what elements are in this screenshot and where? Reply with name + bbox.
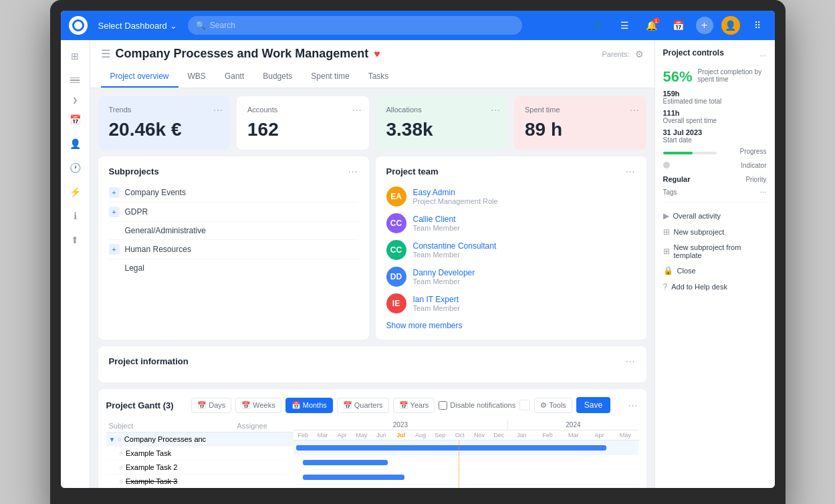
team-member: CC Constantine Consultant Team Member — [386, 237, 636, 263]
left-sidebar: ⊞ ❯ 📅 👤 🕐 ⚡ ℹ ⬆ — [61, 40, 90, 488]
gantt-section: Project Gantt (3) 📅 Days 📅 Weeks 📅 Month… — [98, 389, 646, 488]
disable-notifications-check[interactable]: Disable notifications — [439, 401, 515, 410]
play-icon: ▶ — [663, 211, 669, 221]
action-new-subproject[interactable]: ⊞ New subproject — [663, 224, 767, 240]
row-collapse[interactable]: ▼ — [109, 436, 116, 443]
subproject-item[interactable]: General/Administrative — [109, 222, 358, 240]
spent-time-value: 89 h — [525, 119, 636, 140]
priority-value: Regular — [663, 175, 691, 183]
gantt-more[interactable]: ··· — [628, 400, 638, 410]
subproject-item[interactable]: + Company Events — [109, 183, 358, 203]
tab-gantt[interactable]: Gantt — [215, 66, 253, 88]
gantt-bar — [303, 475, 404, 480]
member-info: Ian IT Expert Team Member — [413, 295, 460, 312]
indicator-dot — [663, 162, 670, 168]
subproject-add-icon: + — [109, 244, 120, 255]
apps-icon[interactable]: ⠿ — [748, 16, 767, 35]
notify-checkbox[interactable] — [439, 401, 447, 410]
project-info-more[interactable]: ··· — [626, 356, 636, 366]
sidebar-info-icon[interactable]: ℹ — [64, 205, 86, 227]
spent-time-more[interactable]: ··· — [630, 104, 640, 115]
accounts-more[interactable]: ··· — [352, 104, 362, 115]
team-more[interactable]: ··· — [626, 166, 636, 176]
search-bar[interactable]: 🔍 Search — [188, 16, 522, 35]
gantt-controls: 📅 Days 📅 Weeks 📅 Months 📅 Quarters 📅 Yea… — [191, 397, 610, 413]
allocations-more[interactable]: ··· — [491, 104, 501, 115]
estimated-time-label: Estimated time total — [663, 98, 722, 105]
save-button[interactable]: Save — [576, 397, 610, 413]
dashboard-selector[interactable]: Select Dashboard ⌄ — [93, 18, 183, 33]
menu-icon[interactable]: ☰ — [616, 16, 634, 35]
gantt-quarters-btn[interactable]: 📅 Quarters — [337, 398, 389, 413]
plus-square-icon: ⊞ — [663, 227, 670, 237]
tags-label: Tags — [663, 188, 677, 196]
search-icon: 🔍 — [196, 21, 206, 30]
filter-icon[interactable]: ⚙ — [635, 49, 644, 59]
tab-spent-time[interactable]: Spent time — [302, 66, 358, 88]
add-button[interactable]: + — [696, 17, 713, 34]
page-title: Company Processes and Work Management — [116, 47, 369, 61]
subproject-add-icon: + — [109, 187, 120, 198]
parents-label: Parents: — [602, 50, 630, 58]
start-date-label: Start date — [663, 136, 703, 144]
stats-row: Trends 20.46k € ··· Accounts 162 ··· All… — [98, 96, 646, 150]
accounts-value: 162 — [247, 119, 358, 140]
member-info: Callie Client Team Member — [413, 215, 460, 232]
gantt-icon-btn[interactable] — [519, 400, 530, 410]
subproject-item[interactable]: Legal — [109, 259, 358, 277]
start-date-value: 31 Jul 2023 — [663, 128, 703, 136]
trends-card: Trends 20.46k € ··· — [98, 96, 231, 150]
member-avatar: IE — [386, 293, 406, 313]
right-panel: Project controls ··· 56% Project complet… — [654, 40, 775, 488]
trends-value: 20.46k € — [109, 119, 220, 140]
action-close[interactable]: 🔒 Close — [663, 263, 767, 279]
sidebar-table-icon[interactable] — [64, 70, 86, 91]
project-info-panel: Project information ··· — [98, 346, 646, 382]
priority-label: Priority — [745, 176, 766, 183]
action-help-desk[interactable]: ? Add to Help desk — [663, 279, 767, 295]
user-icon[interactable]: 👤 — [589, 16, 608, 35]
user-avatar[interactable]: 👤 — [721, 16, 740, 35]
sidebar-clock-icon[interactable]: 🕐 — [64, 157, 86, 178]
team-members-list: EA Easy Admin Project Management Role CC — [386, 183, 636, 317]
sidebar-person-icon[interactable]: 👤 — [64, 133, 86, 154]
sidebar-calendar-icon[interactable]: 📅 — [64, 109, 86, 130]
tags-more[interactable]: ··· — [759, 187, 766, 197]
team-member: CC Callie Client Team Member — [386, 210, 636, 237]
notification-icon[interactable]: 🔔 1 — [642, 16, 661, 35]
sidebar-grid-icon[interactable]: ⊞ — [64, 45, 86, 67]
sidebar-collapse[interactable]: ❯ — [72, 96, 78, 104]
accounts-card: Accounts 162 ··· — [237, 96, 369, 150]
year-2023: 2023 — [293, 420, 509, 430]
tools-btn[interactable]: ⚙ Tools — [534, 398, 572, 413]
tab-budgets[interactable]: Budgets — [253, 66, 302, 88]
show-more-members[interactable]: Show more members — [386, 321, 636, 330]
divider — [663, 202, 767, 203]
subproject-item[interactable]: + Human Resources — [109, 240, 358, 259]
template-icon: ⊞ — [663, 247, 670, 256]
subproject-item[interactable]: + GDPR — [109, 203, 358, 222]
subprojects-more[interactable]: ··· — [348, 166, 358, 176]
action-subproject-template[interactable]: ⊞ New subproject from template — [663, 240, 767, 263]
gantt-weeks-btn[interactable]: 📅 Weeks — [235, 398, 281, 413]
favorite-icon[interactable]: ♥ — [374, 48, 380, 60]
trends-title: Trends — [109, 106, 220, 114]
gantt-months-btn[interactable]: 📅 Months — [285, 398, 333, 413]
calendar-icon[interactable]: 📅 — [669, 16, 688, 35]
project-team-title: Project team — [386, 166, 439, 176]
logo[interactable] — [69, 16, 88, 35]
tab-project-overview[interactable]: Project overview — [101, 66, 178, 88]
help-icon: ? — [663, 282, 668, 291]
gantt-years-btn[interactable]: 📅 Years — [393, 398, 435, 413]
allocations-title: Allocations — [386, 106, 497, 114]
tab-wbs[interactable]: WBS — [178, 66, 215, 88]
action-overall-activity[interactable]: ▶ Overall activity — [663, 208, 767, 224]
sidebar-expand-icon[interactable]: ⬆ — [64, 229, 86, 251]
gantt-days-btn[interactable]: 📅 Days — [191, 398, 231, 413]
dashboard-content: Trends 20.46k € ··· Accounts 162 ··· All… — [90, 88, 654, 488]
tab-tasks[interactable]: Tasks — [359, 66, 398, 88]
sidebar-lightning-icon[interactable]: ⚡ — [64, 181, 86, 203]
trends-more[interactable]: ··· — [213, 104, 223, 115]
controls-more[interactable]: ··· — [759, 51, 766, 60]
overall-spent-value: 111h — [663, 109, 717, 117]
